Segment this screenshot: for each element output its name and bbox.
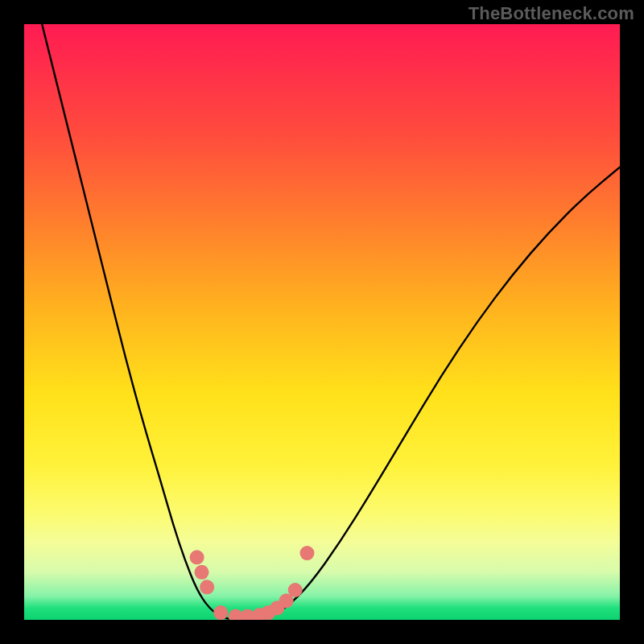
chart-frame: TheBottleneck.com	[0, 0, 644, 644]
chart-gradient-background	[24, 24, 620, 620]
watermark-text: TheBottleneck.com	[469, 3, 634, 24]
